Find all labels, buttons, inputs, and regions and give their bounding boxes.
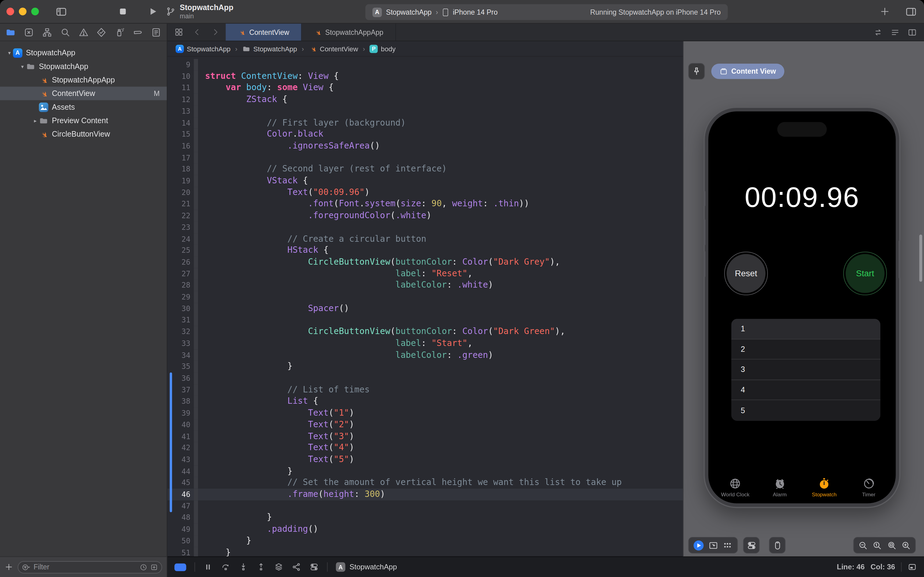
go-forward-icon[interactable] <box>211 28 220 37</box>
code-line[interactable]: 27 label: "Reset", <box>167 268 683 280</box>
code-fold-ribbon[interactable] <box>194 361 198 372</box>
line-number[interactable]: 16 <box>167 140 194 152</box>
code-fold-ribbon[interactable] <box>194 477 198 489</box>
symbol-navigator-icon[interactable] <box>42 27 53 38</box>
line-number[interactable]: 26 <box>167 256 194 268</box>
code-fold-ribbon[interactable] <box>194 442 198 454</box>
lap-times-list[interactable]: 12345 <box>731 319 880 421</box>
code-line[interactable]: 21 .font(Font.system(size: 90, weight: .… <box>167 198 683 210</box>
line-number[interactable]: 19 <box>167 175 194 187</box>
code-line[interactable]: 28 labelColor: .white) <box>167 280 683 291</box>
line-number[interactable]: 24 <box>167 233 194 245</box>
line-number[interactable]: 23 <box>167 222 194 233</box>
code-fold-ribbon[interactable] <box>194 349 198 361</box>
code-line[interactable]: 36 <box>167 372 683 384</box>
zoom-fit-icon[interactable] <box>887 540 897 550</box>
lap-row[interactable]: 4 <box>731 380 880 401</box>
environment-overrides-icon[interactable] <box>309 562 319 572</box>
minimap-toggle-icon[interactable] <box>908 562 917 572</box>
adjust-editor-icon[interactable] <box>890 27 900 37</box>
code-line[interactable]: 47 <box>167 500 683 512</box>
disclosure-chevron-icon[interactable]: ▸ <box>32 118 39 124</box>
code-fold-ribbon[interactable] <box>194 408 198 419</box>
line-number[interactable]: 35 <box>167 361 194 372</box>
file-row-circlebuttonview[interactable]: CircleButtonView <box>0 127 167 141</box>
line-number[interactable]: 30 <box>167 303 194 314</box>
code-line[interactable]: 33 label: "Start", <box>167 338 683 349</box>
code-fold-ribbon[interactable] <box>194 372 198 384</box>
code-line[interactable]: 25 HStack { <box>167 245 683 256</box>
line-number[interactable]: 21 <box>167 198 194 210</box>
line-number[interactable]: 22 <box>167 210 194 222</box>
related-items-icon[interactable] <box>174 28 184 37</box>
code-line[interactable]: 31 <box>167 314 683 326</box>
code-fold-ribbon[interactable] <box>194 303 198 314</box>
code-fold-ribbon[interactable] <box>194 466 198 477</box>
file-row-preview content[interactable]: ▸Preview Content <box>0 114 167 127</box>
code-line[interactable]: 32 CircleButtonView(buttonColor: Color("… <box>167 326 683 338</box>
code-line[interactable]: 26 CircleButtonView(buttonColor: Color("… <box>167 256 683 268</box>
code-fold-ribbon[interactable] <box>194 547 198 556</box>
code-line[interactable]: 41 Text("3") <box>167 430 683 442</box>
code-fold-ribbon[interactable] <box>194 268 198 280</box>
line-number[interactable]: 34 <box>167 349 194 361</box>
line-number[interactable]: 49 <box>167 524 194 535</box>
canvas-scrollbar[interactable] <box>919 235 922 282</box>
line-number[interactable]: 25 <box>167 245 194 256</box>
code-line[interactable]: 15 Color.black <box>167 129 683 140</box>
code-line[interactable]: 48 } <box>167 512 683 524</box>
clock-tab-timer[interactable]: Timer <box>847 470 891 502</box>
code-line[interactable]: 22 .foregroundColor(.white) <box>167 210 683 222</box>
debug-navigator-icon[interactable] <box>114 27 125 38</box>
code-line[interactable]: 50 } <box>167 535 683 547</box>
reset-button[interactable]: Reset <box>724 251 768 295</box>
line-number[interactable]: 48 <box>167 512 194 524</box>
selectable-mode-icon[interactable] <box>708 540 718 550</box>
line-number[interactable]: 14 <box>167 117 194 129</box>
add-file-button[interactable] <box>5 563 13 571</box>
code-line[interactable]: 29 <box>167 291 683 303</box>
code-fold-ribbon[interactable] <box>194 489 198 500</box>
zoom-out-icon[interactable] <box>858 540 868 550</box>
disclosure-chevron-icon[interactable]: ▾ <box>19 63 26 69</box>
breadcrumb-item-stopwatchapp[interactable]: AStopwatchApp <box>176 45 231 53</box>
file-row-stopwatchapp[interactable]: ▾StopwatchApp <box>0 60 167 73</box>
run-button[interactable] <box>147 6 159 17</box>
filter-field[interactable]: Filter <box>18 561 162 573</box>
code-editor[interactable]: 910struct ContentView: View {11 var body… <box>167 56 683 556</box>
line-number[interactable]: 27 <box>167 268 194 280</box>
line-number[interactable]: 51 <box>167 547 194 556</box>
code-line[interactable]: 10struct ContentView: View { <box>167 71 683 82</box>
code-line[interactable]: 18 // Second layer (rest of interface) <box>167 163 683 175</box>
test-navigator-icon[interactable] <box>96 27 107 38</box>
code-line[interactable]: 44 } <box>167 466 683 477</box>
code-line[interactable]: 34 labelColor: .green) <box>167 349 683 361</box>
code-line[interactable]: 24 // Create a circular button <box>167 233 683 245</box>
code-fold-ribbon[interactable] <box>194 419 198 430</box>
toggle-inspector-icon[interactable] <box>905 5 917 18</box>
lap-row[interactable]: 1 <box>731 319 880 339</box>
scheme-target[interactable]: StopwatchApp <box>386 8 431 16</box>
code-line[interactable]: 42 Text("4") <box>167 442 683 454</box>
preview-target-pill[interactable]: Content View <box>712 64 784 79</box>
minimize-window-button[interactable] <box>19 8 27 15</box>
code-line[interactable]: 16 .ignoresSafeArea() <box>167 140 683 152</box>
code-line[interactable]: 38 List { <box>167 396 683 408</box>
code-fold-ribbon[interactable] <box>194 175 198 187</box>
maximize-window-button[interactable] <box>31 8 39 15</box>
code-fold-ribbon[interactable] <box>194 314 198 326</box>
running-process[interactable]: A StopwatchApp <box>336 562 397 572</box>
clock-tab-stopwatch[interactable]: Stopwatch <box>802 470 847 502</box>
project-navigator-icon[interactable] <box>5 27 16 38</box>
code-fold-ribbon[interactable] <box>194 512 198 524</box>
code-line[interactable]: 13 <box>167 105 683 117</box>
code-fold-ribbon[interactable] <box>194 338 198 349</box>
scheme-destination[interactable]: iPhone 14 Pro <box>453 8 498 16</box>
code-fold-ribbon[interactable] <box>194 59 198 71</box>
code-fold-ribbon[interactable] <box>194 82 198 94</box>
code-line[interactable]: 45 // Set the amount of vertical height … <box>167 477 683 489</box>
file-row-stopwatchappapp[interactable]: StopwatchAppApp <box>0 73 167 87</box>
zoom-100-icon[interactable] <box>872 540 882 550</box>
file-row-assets[interactable]: Assets <box>0 100 167 114</box>
line-number[interactable]: 31 <box>167 314 194 326</box>
